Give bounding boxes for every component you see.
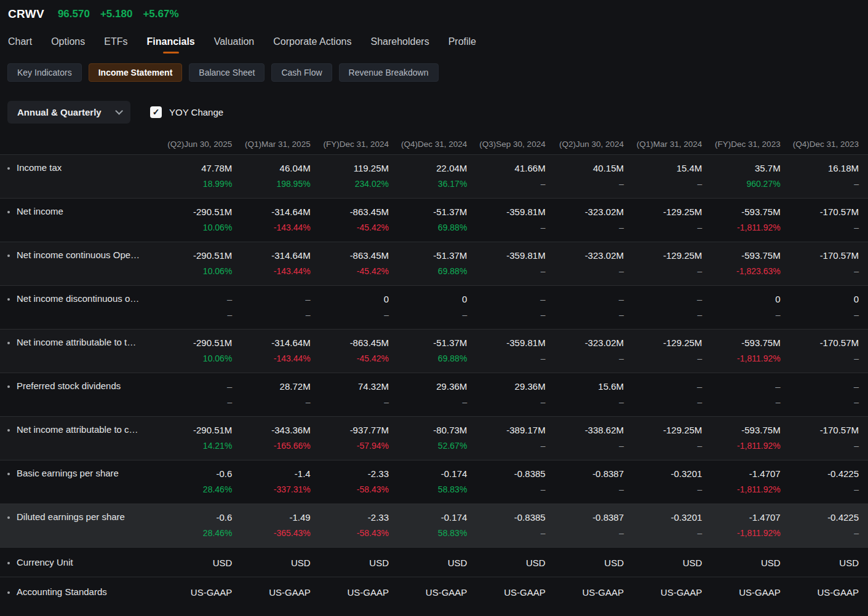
tab-etfs[interactable]: ETFs	[104, 33, 127, 53]
cell-value: -1.4707	[702, 468, 780, 480]
table-row[interactable]: Currency UnitUSDUSDUSDUSDUSDUSDUSDUSDUSD	[0, 547, 868, 577]
cell-value: -863.45M	[311, 206, 389, 218]
period-dropdown[interactable]: Annual & Quarterly	[7, 101, 130, 124]
value-cell: USD	[232, 548, 310, 577]
value-cell: -0.628.46%	[154, 504, 232, 547]
value-cell: -2.33-58.43%	[311, 504, 389, 547]
cell-yoy-change: –	[702, 397, 780, 408]
value-cell: -0.8385–	[467, 504, 545, 547]
cell-value: -51.37M	[389, 250, 467, 261]
cell-value: -593.75M	[702, 424, 780, 436]
value-cell: -359.81M–	[467, 199, 545, 242]
table-row[interactable]: Net income continuous Ope…-290.51M10.06%…	[0, 242, 868, 285]
cell-value: -338.62M	[546, 424, 624, 436]
cell-value: -343.36M	[232, 424, 310, 436]
cell-yoy-change: 69.88%	[389, 353, 467, 364]
cell-value: -593.75M	[702, 206, 780, 218]
tab-shareholders[interactable]: Shareholders	[370, 33, 429, 53]
row-label: Currency Unit	[7, 548, 154, 577]
table-row[interactable]: Net income-290.51M10.06%-314.64M-143.44%…	[0, 198, 868, 242]
cell-value: USD	[311, 557, 389, 569]
price-change-percent: +5.67%	[143, 8, 178, 20]
value-cell: -0.8387–	[546, 460, 624, 503]
subtab-income-statement[interactable]: Income Statement	[89, 63, 183, 82]
value-cell: -359.81M–	[467, 330, 545, 373]
cell-yoy-change: -58.43%	[311, 527, 389, 539]
tab-profile[interactable]: Profile	[448, 33, 476, 53]
cell-value: USD	[781, 557, 859, 569]
subtab-key-indicators[interactable]: Key Indicators	[7, 63, 82, 82]
cell-yoy-change: 58.83%	[389, 484, 467, 495]
cell-value: -314.64M	[232, 250, 310, 261]
ticker-symbol: CRWV	[8, 7, 44, 21]
value-cell: -1.4-337.31%	[232, 460, 310, 503]
cell-value: US-GAAP	[624, 586, 702, 598]
cell-value: -290.51M	[154, 337, 232, 349]
cell-yoy-change: –	[546, 397, 624, 408]
table-row[interactable]: Accounting StandardsUS-GAAPUS-GAAPUS-GAA…	[0, 577, 868, 606]
table-row[interactable]: Net income attributable to c…-290.51M14.…	[0, 416, 868, 460]
cell-value: -314.64M	[232, 206, 310, 218]
tab-financials[interactable]: Financials	[146, 33, 194, 53]
cell-value: –	[467, 293, 545, 305]
cell-yoy-change: –	[702, 309, 780, 320]
cell-value: -359.81M	[467, 337, 545, 349]
cell-value: -2.33	[311, 511, 389, 523]
cell-yoy-change: 14.21%	[154, 440, 232, 451]
value-cell: 47.78M18.99%	[154, 155, 232, 198]
value-cell: -290.51M10.06%	[154, 242, 232, 285]
subtab-cash-flow[interactable]: Cash Flow	[271, 63, 332, 82]
value-cell: ––	[232, 286, 310, 329]
column-header: (Q2)Jun 30, 2025	[154, 140, 232, 149]
cell-value: -0.8387	[546, 468, 624, 480]
cell-yoy-change: -1,811.92%	[702, 353, 780, 364]
cell-value: US-GAAP	[781, 586, 859, 598]
cell-value: -323.02M	[546, 206, 624, 218]
tab-options[interactable]: Options	[51, 33, 85, 53]
value-cell: -290.51M14.21%	[154, 417, 232, 460]
tab-valuation[interactable]: Valuation	[214, 33, 255, 53]
value-cell: -338.62M–	[546, 417, 624, 460]
value-cell: -0.4225–	[781, 504, 859, 547]
table-row[interactable]: Basic earnings per share-0.628.46%-1.4-3…	[0, 460, 868, 503]
table-row[interactable]: Preferred stock dividends––28.72M–74.32M…	[0, 373, 868, 416]
cell-value: -0.8387	[546, 511, 624, 523]
row-label-text: Preferred stock dividends	[17, 381, 121, 391]
column-header: (Q4)Dec 31, 2023	[781, 140, 859, 149]
table-row[interactable]: Net income discontinuous o…––––0–0––––––…	[0, 285, 868, 329]
value-cell: -170.57M–	[781, 330, 859, 373]
tab-chart[interactable]: Chart	[8, 33, 32, 53]
value-cell: -593.75M-1,811.92%	[702, 199, 780, 242]
yoy-change-toggle[interactable]: ✓ YOY Change	[150, 106, 223, 118]
value-cell: 0–	[702, 286, 780, 329]
cell-value: -51.37M	[389, 206, 467, 218]
bullet-icon	[7, 255, 10, 257]
row-label: Basic earnings per share	[7, 460, 154, 503]
table-row[interactable]: Diluted earnings per share-0.628.46%-1.4…	[0, 503, 868, 547]
value-cell: USD	[467, 548, 545, 577]
bullet-icon	[7, 429, 10, 432]
subtab-balance-sheet[interactable]: Balance Sheet	[189, 63, 265, 82]
row-label: Accounting Standards	[7, 577, 154, 606]
cell-value: -0.8385	[467, 511, 545, 523]
table-row[interactable]: Net income attributable to t…-290.51M10.…	[0, 329, 868, 373]
cell-value: –	[232, 293, 310, 305]
table-row[interactable]: Income tax47.78M18.99%46.04M198.95%119.2…	[0, 154, 868, 198]
tab-label: Profile	[448, 36, 476, 47]
value-cell: USD	[311, 548, 389, 577]
cell-value: -1.49	[232, 511, 310, 523]
cell-value: 0	[781, 293, 859, 305]
tab-label: Valuation	[214, 36, 255, 47]
value-cell: 0–	[311, 286, 389, 329]
cell-yoy-change: 58.83%	[389, 527, 467, 539]
cell-value: -1.4	[232, 468, 310, 480]
subtab-revenue-breakdown[interactable]: Revenue Breakdown	[339, 63, 439, 82]
bullet-icon	[7, 516, 10, 519]
checkbox-checked-icon[interactable]: ✓	[150, 106, 162, 118]
tab-corporate-actions[interactable]: Corporate Actions	[273, 33, 351, 53]
cell-yoy-change: –	[624, 309, 702, 320]
cell-value: -129.25M	[624, 424, 702, 436]
row-label-header-spacer	[7, 141, 154, 148]
cell-yoy-change: –	[154, 309, 232, 320]
cell-value: -290.51M	[154, 206, 232, 218]
